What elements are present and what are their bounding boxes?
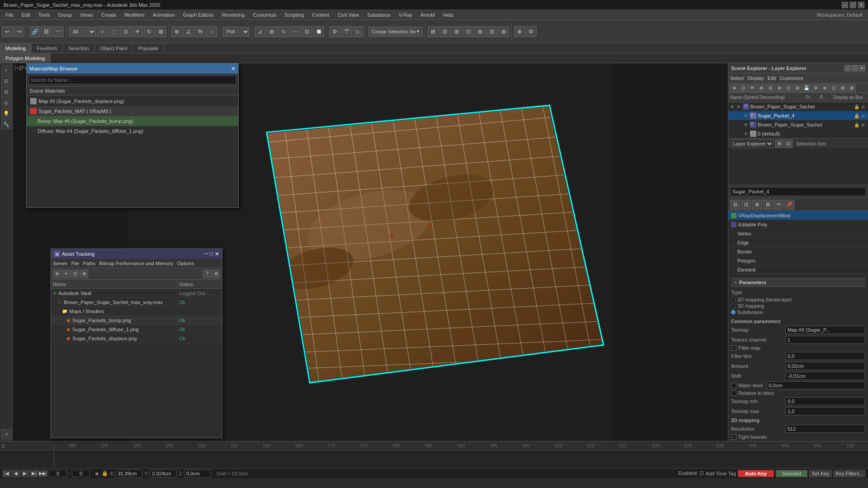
window-cross-button[interactable]: ⊡ <box>120 26 131 37</box>
texmap-min-input[interactable] <box>785 397 865 405</box>
timeline-frames[interactable] <box>54 450 868 468</box>
goto-start-btn[interactable]: |◀ <box>3 470 11 477</box>
frame-end[interactable]: 0 <box>72 470 90 477</box>
set-key-button[interactable]: Set Key <box>809 470 832 477</box>
modifier-item-vertex[interactable]: Vertex <box>728 229 868 238</box>
timeline-track-area[interactable]: 480 535 540 545 550 555 560 565 570 575 … <box>54 441 868 450</box>
quick-render[interactable]: ▷ <box>353 26 363 37</box>
layer-manager[interactable]: ≡ <box>278 26 289 37</box>
layer-btn-2[interactable]: ⊡ <box>784 140 793 148</box>
mod-tb-2[interactable]: ⊡ <box>741 200 751 210</box>
asset-tb-settings[interactable]: ⚙ <box>212 270 220 278</box>
maximize-button[interactable]: □ <box>850 2 856 8</box>
render-frame[interactable]: 🎬 <box>341 26 352 37</box>
named-sel-2[interactable]: ⊟ <box>439 26 450 37</box>
modifier-item-vray-disp[interactable]: VRayDisplacementMod <box>728 211 868 220</box>
se-menu-select[interactable]: Select <box>730 75 744 81</box>
angle-snap[interactable]: ∠ <box>183 26 194 37</box>
x-input[interactable] <box>115 469 142 478</box>
scene-item-2[interactable]: 👁 ⊡ Brown_Paper_Sugar_Sachet 🔒 ⊕ <box>728 120 868 129</box>
named-sel-6[interactable]: ⊟ <box>486 26 497 37</box>
asset-row-1[interactable]: 🗋 Brown_Paper_Sugar_Sachet_max_vray.max … <box>51 298 222 307</box>
se-maximize-btn[interactable]: □ <box>852 65 858 71</box>
material-browser-controls[interactable]: ✕ <box>231 66 236 72</box>
tab-polygon-modeling[interactable]: Polygon Modeling <box>0 53 51 63</box>
key-filters-button[interactable]: Key Filters... <box>834 470 865 477</box>
material-editor[interactable]: 🔲 <box>313 26 324 37</box>
mod-tb-5[interactable]: ✂ <box>774 200 783 210</box>
filter-blur-input[interactable] <box>785 352 865 360</box>
menu-vray[interactable]: V-Ray <box>395 11 416 19</box>
eye-icon-2[interactable]: 👁 <box>744 122 750 127</box>
prev-frame-btn[interactable]: ◀ <box>12 470 20 477</box>
asset-tb-2[interactable]: ≡ <box>62 270 70 278</box>
se-tb-10[interactable]: ⚙ <box>811 84 820 92</box>
mod-tb-1[interactable]: ⊟ <box>730 200 740 210</box>
mod-tb-3[interactable]: ⊕ <box>752 200 762 210</box>
menu-edit[interactable]: Edit <box>18 11 34 19</box>
named-sel-3[interactable]: ⊞ <box>451 26 462 37</box>
se-tb-2[interactable]: ⊡ <box>739 84 747 92</box>
mini-curve-editor[interactable]: ↗ <box>1 429 11 439</box>
menu-arnold[interactable]: Arnold <box>417 11 439 19</box>
curve-editor[interactable]: ⋯ <box>290 26 301 37</box>
next-frame-btn[interactable]: ▶| <box>30 470 38 477</box>
modifier-item-edge[interactable]: Edge <box>728 238 868 247</box>
se-tb-1[interactable]: ⊕ <box>730 84 738 92</box>
extra-btn-2[interactable]: ⚙ <box>526 26 537 37</box>
amount-input[interactable] <box>785 362 865 370</box>
extra-btn-1[interactable]: ⊕ <box>514 26 525 37</box>
redo-button[interactable]: ↪ <box>14 26 24 37</box>
select-link-button[interactable]: 🔗 <box>29 26 40 37</box>
texmap-input[interactable] <box>785 326 865 334</box>
motion-icon[interactable]: ◎ <box>1 98 11 108</box>
tab-populate[interactable]: Populate <box>133 43 164 53</box>
select-region-button[interactable]: ⬚ <box>108 26 119 37</box>
filter-map-checkbox[interactable]: ✓ <box>731 345 736 351</box>
frame-counter[interactable]: 0 <box>49 470 67 477</box>
eye-icon-0[interactable]: 👁 <box>736 104 743 109</box>
texture-channel-input[interactable] <box>785 336 865 344</box>
material-search-input[interactable] <box>28 75 236 84</box>
asset-menu-bitmap[interactable]: Bitmap Performance and Memory <box>99 261 173 266</box>
se-tb-6[interactable]: ⊕ <box>775 84 783 92</box>
se-close-btn[interactable]: ✕ <box>859 65 865 71</box>
menu-modifiers[interactable]: Modifiers <box>121 11 148 19</box>
menu-animation[interactable]: Animation <box>149 11 179 19</box>
se-tb-5[interactable]: ⊟ <box>766 84 774 92</box>
relative-bbox-checkbox[interactable] <box>731 390 736 396</box>
move-button[interactable]: ✛ <box>132 26 143 37</box>
select-button[interactable]: ⊹ <box>97 26 108 37</box>
relative-bbox-row[interactable]: Relative to bbox <box>731 390 865 396</box>
menu-content[interactable]: Content <box>308 11 333 19</box>
create-icon[interactable]: + <box>1 65 11 75</box>
asset-menu-file[interactable]: File <box>71 261 79 266</box>
named-sel-1[interactable]: ⊞ <box>428 26 439 37</box>
align-button[interactable]: ⊞ <box>266 26 277 37</box>
hierarchy-icon[interactable]: ⊞ <box>1 87 11 97</box>
close-button[interactable]: ✕ <box>858 2 864 8</box>
layer-explorer-dropdown[interactable]: Layer Explorer <box>731 139 774 148</box>
se-tb-11[interactable]: ⊕ <box>821 84 829 92</box>
radio-2d-mapping[interactable]: 2D mapping (landscape) <box>731 297 865 302</box>
asset-row-2[interactable]: 📁 Maps / Shaders <box>51 307 222 316</box>
se-minimize-btn[interactable]: ─ <box>844 65 851 71</box>
mirror-button[interactable]: ⊿ <box>255 26 265 37</box>
water-level-input[interactable] <box>767 381 865 389</box>
scene-item-3[interactable]: 👁 ○ 0 (default) <box>728 129 868 138</box>
undo-button[interactable]: ↩ <box>2 26 13 37</box>
play-btn[interactable]: ▶ <box>21 470 29 477</box>
asset-row-5[interactable]: ▣ Sugar_Packets_displace.png Ok <box>51 334 222 343</box>
modifier-item-editable-poly[interactable]: Editable Poly <box>728 220 868 229</box>
asset-tb-4[interactable]: ⊞ <box>80 270 88 278</box>
menu-help[interactable]: Help <box>439 11 457 19</box>
menu-graph-editors[interactable]: Graph Editors <box>179 11 217 19</box>
asset-row-4[interactable]: ▣ Sugar_Packets_diffuse_1.png Ok <box>51 325 222 334</box>
se-tb-4[interactable]: ⊞ <box>757 84 765 92</box>
radio-3d-mapping[interactable]: 3D mapping <box>731 303 865 309</box>
bind-space-warp[interactable]: 〰 <box>53 26 64 37</box>
tab-selection[interactable]: Selection <box>63 43 94 53</box>
se-menu-edit[interactable]: Edit <box>768 75 776 81</box>
menu-civil-view[interactable]: Civil View <box>334 11 363 19</box>
asset-row-0[interactable]: ⊕ Autodesk Vault Logged Out ... <box>51 289 222 298</box>
